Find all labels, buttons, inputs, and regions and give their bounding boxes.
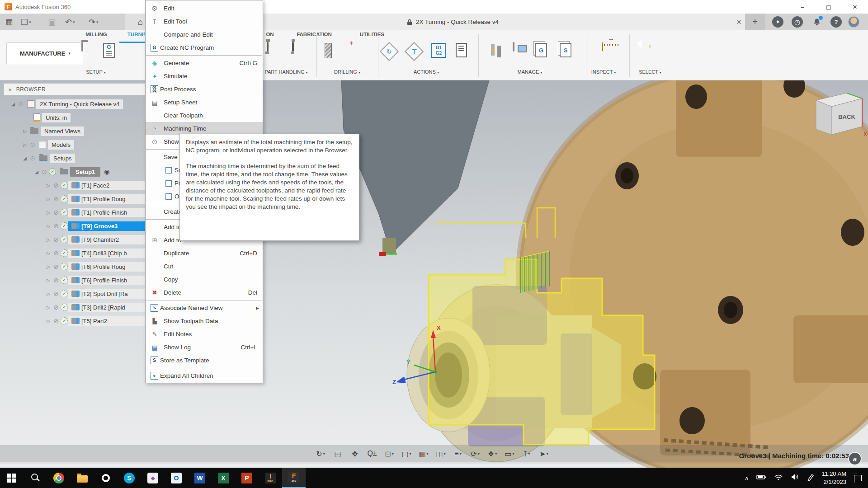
simulate-icon[interactable]: ⊤ (405, 42, 424, 61)
tree-named-views-row[interactable]: ▷ Named Views (4, 124, 149, 138)
chevron-down-icon[interactable]: ▾ (495, 452, 497, 456)
close-document-icon[interactable]: ✕ (731, 14, 746, 30)
look-at[interactable]: ▤ (329, 446, 346, 461)
taskbar-clock[interactable]: 11:20 AM 2/1/2023 (822, 470, 846, 486)
action-center-icon[interactable] (854, 475, 862, 481)
fusion-360[interactable]: F 360 (282, 468, 306, 488)
expand-icon[interactable]: ▷ (45, 237, 52, 242)
op-groove3[interactable]: ▷ ⊘ ✔ [T9] Groove3 (4, 219, 149, 233)
visibility-off-eye-icon[interactable]: ⊘ (52, 263, 61, 270)
app-launcher-grid-icon[interactable]: ▦ (5, 14, 13, 30)
create-nc-program-icon[interactable]: G (103, 43, 115, 58)
expand-icon[interactable]: ▷ (22, 142, 28, 147)
redo-icon[interactable]: ↷▾ (89, 14, 99, 30)
menu-machining-time[interactable]: ◔ Machining Time (146, 122, 263, 135)
op-part2[interactable]: ▷ ⊘ ✔ [T5] Part2 (4, 314, 149, 328)
zoom[interactable]: Q± (363, 446, 381, 461)
visibility-off-eye-icon[interactable]: ⊘ (52, 209, 61, 216)
template-library-icon[interactable]: S (560, 43, 571, 57)
collapse-panel-icon[interactable]: « (9, 86, 12, 93)
menu-clear-toolpath[interactable]: Clear Toolpath (146, 109, 263, 122)
tray-expand-chevron-icon[interactable]: ∧ (745, 475, 749, 481)
pen-icon[interactable] (807, 474, 814, 483)
menu-delete[interactable]: ✖ Delete Del (146, 286, 263, 299)
chevron-down-icon[interactable]: ▾ (323, 452, 325, 456)
active-setup-radio-icon[interactable]: ◉ (104, 168, 109, 175)
new-tab-button[interactable]: + (745, 14, 765, 30)
tree-setups-row[interactable]: ◢ ⊙ Setups (4, 151, 149, 165)
expand-icon[interactable]: ▷ (45, 264, 52, 269)
visibility-off-eye-icon[interactable]: ⊘ (52, 182, 61, 189)
expand-icon[interactable]: ▷ (45, 210, 52, 215)
help-icon[interactable]: ? (830, 16, 842, 28)
tab-fragment[interactable]: ON (264, 32, 276, 42)
expand-icon[interactable]: ◢ (10, 102, 16, 107)
minimize-button[interactable]: – (789, 0, 816, 14)
visibility-off-eye-icon[interactable]: ⊘ (52, 249, 61, 257)
expand-icon[interactable]: ▷ (45, 251, 52, 256)
visibility-off-eye-icon[interactable]: ⊘ (52, 317, 61, 324)
generate-toolpath-icon[interactable]: ↻ (380, 42, 399, 61)
expand-icon[interactable]: ▷ (45, 183, 52, 188)
powerpoint[interactable]: P (235, 468, 259, 488)
job-status-clock-icon[interactable]: ◷ (792, 16, 803, 28)
chevron-down-icon[interactable]: ▾ (392, 452, 394, 456)
chevron-down-icon[interactable]: ▾ (513, 452, 514, 456)
op-drill3[interactable]: ▷ ⊘ ✔ [T4] Drill3 [Chip b (4, 246, 149, 260)
skype[interactable]: S (118, 468, 141, 488)
tree-root-row[interactable]: ◢ ⊙ 2X Turning - Quick Release v4 (4, 97, 149, 111)
expand-icon[interactable]: ▷ (45, 291, 52, 296)
part-catcher-icon[interactable] (292, 42, 294, 52)
expand-icon[interactable]: ▷ (45, 305, 52, 310)
expand-icon[interactable]: ▷ (45, 319, 52, 324)
expand-icon[interactable]: ◢ (22, 156, 28, 161)
menu-create-nc-program[interactable]: G Create NC Program (146, 41, 263, 54)
expand-icon[interactable]: ▷ (45, 197, 52, 202)
app-purple[interactable]: ◆ (141, 468, 165, 488)
menu-show-toolpath-data[interactable]: ▙ Show Toolpath Data (146, 314, 263, 328)
machine-display[interactable]: ▭ ▾ (501, 446, 518, 461)
tab-fabrication[interactable]: FABRICATION (290, 32, 338, 42)
post-process-icon[interactable]: G1 G2 (431, 43, 446, 58)
volume-icon[interactable] (791, 474, 799, 482)
tab-utilities[interactable]: UTILITIES (353, 32, 392, 42)
group-select[interactable]: SELECT ▾ (639, 69, 661, 75)
menu-setup-sheet[interactable]: ▤ Setup Sheet (146, 96, 263, 109)
display-settings[interactable]: ▢ ▾ (398, 446, 415, 461)
group-actions[interactable]: ACTIONS ▾ (414, 69, 439, 75)
orbit[interactable]: ↻ ▾ (312, 446, 329, 461)
op-face2[interactable]: ▷ ⊘ ✔ [T1] Face2 (4, 178, 149, 192)
tree-models-row[interactable]: ▷ ⊙ Models (4, 138, 149, 151)
maximize-button[interactable]: ▢ (816, 0, 842, 14)
visibility-off-eye-icon[interactable]: ⊘ (52, 304, 61, 311)
excel[interactable]: X (212, 468, 235, 488)
workspace-selector[interactable]: MANUFACTURE▾ (6, 42, 84, 64)
chevron-down-icon[interactable]: ▾ (460, 452, 462, 456)
menu-duplicate[interactable]: Duplicate Ctrl+D (146, 247, 263, 260)
op-profile-finish2[interactable]: ▷ ⊘ ✔ [T6] Profile Finish (4, 273, 149, 287)
chevron-down-icon[interactable]: ▾ (444, 452, 446, 456)
toolpath-display[interactable]: ≡ ▾ (449, 446, 467, 461)
part-display[interactable]: ➤ ▾ (535, 446, 552, 461)
menu-edit[interactable]: ⚙ Edit (146, 2, 263, 15)
menu-post-process[interactable]: G1 G2 Post Process (146, 83, 263, 96)
new-setup-icon[interactable] (81, 42, 83, 52)
group-inspect[interactable]: INSPECT ▾ (591, 69, 616, 75)
op-chamfer2[interactable]: ▷ ⊘ ✔ [T9] Chamfer2 (4, 233, 149, 246)
menu-associate-named-view[interactable]: ↘ Associate Named View ▶ (146, 301, 263, 314)
expand-icon[interactable]: ▷ (22, 129, 28, 134)
tool-display[interactable]: ⊺ ▾ (518, 446, 535, 461)
visibility-eye-icon[interactable]: ⊙ (40, 168, 49, 175)
group-manage[interactable]: MANAGE ▾ (518, 69, 542, 75)
visibility-off-eye-icon[interactable]: ⊘ (52, 195, 61, 202)
battery-icon[interactable] (756, 474, 766, 482)
menu-show-log[interactable]: ▤ Show Log Ctrl+L (146, 341, 263, 354)
chevron-down-icon[interactable]: ▾ (410, 452, 411, 456)
close-button[interactable]: ✕ (842, 0, 868, 14)
group-part-handling[interactable]: PART HANDLING ▾ (264, 69, 307, 75)
save-icon[interactable]: ▣ (48, 14, 56, 30)
menu-store-as-template[interactable]: S Store as Template (146, 354, 263, 367)
menu-copy[interactable]: Copy (146, 273, 263, 286)
menu-compare-and-edit[interactable]: Compare and Edit (146, 28, 263, 41)
visibility-eye-icon[interactable]: ⊙ (16, 100, 25, 108)
